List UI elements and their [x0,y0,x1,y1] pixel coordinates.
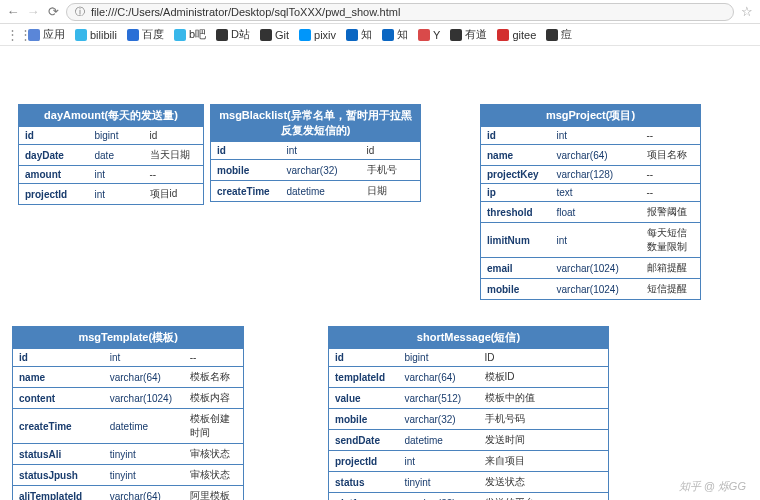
bookmark-item[interactable]: pixiv [299,29,336,41]
field-comment: 每天短信数量限制 [641,223,701,258]
field-type: int [89,166,144,184]
field-name: id [19,127,89,145]
field-comment: 模板内容 [184,388,244,409]
field-type: varchar(64) [399,367,479,388]
table-row: projectIdint项目id [19,184,204,205]
field-comment: 项目id [144,184,204,205]
field-type: varchar(64) [104,486,184,501]
field-name: id [13,349,104,367]
bookmark-item[interactable]: 知 [346,27,372,42]
bookmark-item[interactable]: D站 [216,27,250,42]
bookmark-item[interactable]: 痘 [546,27,572,42]
bookmark-label: 有道 [465,27,487,42]
field-comment: 模板中的值 [479,388,609,409]
bookmark-item[interactable]: Y [418,29,440,41]
field-name: sendDate [329,430,399,451]
bookmark-label: Y [433,29,440,41]
bookmark-label: Git [275,29,289,41]
field-type: tinyint [104,465,184,486]
field-name: limitNum [481,223,551,258]
bookmark-icon [418,29,430,41]
bookmark-label: 应用 [43,27,65,42]
bookmark-label: 痘 [561,27,572,42]
address-bar[interactable]: ⓘ file:///C:/Users/Administrator/Desktop… [66,3,734,21]
url-text: file:///C:/Users/Administrator/Desktop/s… [91,6,400,18]
table-row: projectIdint来自项目 [329,451,609,472]
field-type: varchar(1024) [551,279,641,300]
field-type: bigint [89,127,144,145]
field-type: varchar(128) [551,166,641,184]
table-row: mobilevarchar(32)手机号码 [329,409,609,430]
back-button[interactable]: ← [6,4,20,19]
bookmark-item[interactable]: b吧 [174,27,206,42]
field-comment: 短信提醒 [641,279,701,300]
field-type: varchar(32) [399,493,479,501]
bookmark-item[interactable]: bilibili [75,29,117,41]
forward-button[interactable]: → [26,4,40,19]
field-name: projectKey [481,166,551,184]
field-name: dayDate [19,145,89,166]
db-table: msgTemplate(模板)idint--namevarchar(64)模板名… [12,326,244,500]
table-title: dayAmount(每天的发送量) [19,105,204,127]
bookmark-item[interactable]: Git [260,29,289,41]
bookmarks-bar: ⋮⋮⋮ 应用bilibili百度b吧D站Gitpixiv知知Y有道gitee痘 [0,24,760,46]
table-row: idint-- [13,349,244,367]
field-comment: 项目名称 [641,145,701,166]
field-comment: -- [144,166,204,184]
table-row: limitNumint每天短信数量限制 [481,223,701,258]
table-row: sendDatedatetime发送时间 [329,430,609,451]
field-type: datetime [281,181,361,202]
reload-button[interactable]: ⟳ [46,4,60,19]
bookmark-item[interactable]: 有道 [450,27,487,42]
bookmark-icon [28,29,40,41]
table-row: projectKeyvarchar(128)-- [481,166,701,184]
field-type: text [551,184,641,202]
bookmark-item[interactable]: 知 [382,27,408,42]
bookmark-item[interactable]: gitee [497,29,536,41]
field-comment: 邮箱提醒 [641,258,701,279]
bookmark-label: 知 [361,27,372,42]
field-type: datetime [399,430,479,451]
db-table: dayAmount(每天的发送量)idbigintiddayDatedate当天… [18,104,204,205]
field-name: ip [481,184,551,202]
field-comment: 发送时间 [479,430,609,451]
field-type: date [89,145,144,166]
table-row: amountint-- [19,166,204,184]
table-title: shortMessage(短信) [329,327,609,349]
field-type: varchar(32) [399,409,479,430]
field-comment: 模板名称 [184,367,244,388]
field-comment: 发送状态 [479,472,609,493]
field-comment: id [144,127,204,145]
table-row: statusAlitinyint审核状态 [13,444,244,465]
field-type: int [104,349,184,367]
table-row: idint-- [481,127,701,145]
field-name: aliTemplateId [13,486,104,501]
field-comment: 报警阈值 [641,202,701,223]
bookmark-label: b吧 [189,27,206,42]
field-comment: -- [641,166,701,184]
bookmark-item[interactable]: 应用 [28,27,65,42]
field-type: int [399,451,479,472]
table-row: statusJpushtinyint审核状态 [13,465,244,486]
table-row: iptext-- [481,184,701,202]
field-type: tinyint [399,472,479,493]
field-comment: 阿里模板 [184,486,244,501]
field-comment: 模板ID [479,367,609,388]
field-comment: 手机号码 [479,409,609,430]
field-type: int [89,184,144,205]
watermark: 知乎 @ 烁GG [679,479,746,494]
bookmark-label: 百度 [142,27,164,42]
apps-icon[interactable]: ⋮⋮⋮ [6,27,20,42]
bookmark-item[interactable]: 百度 [127,27,164,42]
db-table: shortMessage(短信)idbigintIDtemplateIdvarc… [328,326,609,500]
field-type: varchar(64) [104,367,184,388]
bookmark-label: bilibili [90,29,117,41]
db-table: msgBlacklist(异常名单，暂时用于拉黑反复发短信的)idintidmo… [210,104,421,202]
field-type: int [551,127,641,145]
star-icon[interactable]: ☆ [740,4,754,19]
field-comment: 审核状态 [184,444,244,465]
bookmark-icon [497,29,509,41]
bookmark-label: gitee [512,29,536,41]
table-row: mobilevarchar(32)手机号 [211,160,421,181]
field-name: name [481,145,551,166]
